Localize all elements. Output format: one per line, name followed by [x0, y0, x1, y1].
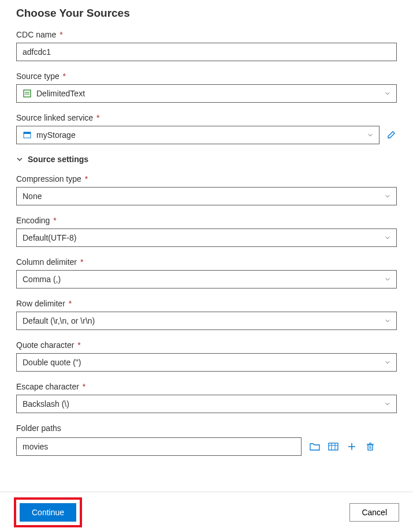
- chevron-down-icon: [385, 91, 390, 96]
- chevron-down-icon: [385, 193, 390, 199]
- source-linked-service-label: Source linked service *: [16, 113, 397, 122]
- encoding-select[interactable]: Default(UTF-8): [16, 228, 397, 247]
- page-title: Choose Your Sources: [16, 7, 397, 20]
- continue-button[interactable]: Continue: [20, 503, 76, 522]
- required-asterisk-icon: *: [69, 299, 72, 308]
- required-asterisk-icon: *: [96, 113, 99, 122]
- edit-linked-service-button[interactable]: [385, 129, 397, 141]
- field-cdc-name: CDC name *: [16, 30, 397, 61]
- quote-character-value: Double quote ("): [23, 358, 385, 367]
- chevron-down-icon: [385, 401, 390, 407]
- source-linked-service-value: myStorage: [36, 130, 367, 140]
- preview-data-button[interactable]: [328, 441, 338, 452]
- encoding-value: Default(UTF-8): [23, 233, 385, 242]
- cancel-button[interactable]: Cancel: [349, 503, 399, 522]
- folder-paths-label: Folder paths: [16, 424, 397, 433]
- chevron-down-icon: [385, 276, 390, 282]
- svg-rect-4: [24, 132, 31, 134]
- column-delimiter-label: Column delimiter *: [16, 257, 397, 267]
- row-delimiter-label: Row delimiter *: [16, 299, 397, 308]
- column-delimiter-value: Comma (,): [23, 275, 385, 284]
- field-column-delimiter: Column delimiter * Comma (,): [16, 257, 397, 289]
- delimited-text-icon: [23, 89, 32, 98]
- field-folder-paths: Folder paths: [16, 424, 397, 456]
- quote-character-select[interactable]: Double quote ("): [16, 353, 397, 372]
- svg-rect-5: [329, 443, 338, 450]
- field-source-type: Source type * DelimitedText: [16, 72, 397, 103]
- chevron-down-icon: [385, 318, 390, 324]
- source-linked-service-select[interactable]: myStorage: [16, 126, 379, 144]
- folder-paths-input[interactable]: [16, 437, 302, 456]
- required-asterisk-icon: *: [85, 174, 88, 183]
- source-settings-label: Source settings: [28, 155, 88, 164]
- source-settings-toggle[interactable]: Source settings: [16, 155, 397, 164]
- footer: Continue Cancel: [0, 492, 413, 532]
- escape-character-select[interactable]: Backslash (\): [16, 395, 397, 413]
- cdc-name-label: CDC name *: [16, 30, 397, 39]
- compression-type-label: Compression type *: [16, 174, 397, 183]
- chevron-down-icon: [385, 235, 390, 241]
- delete-path-button[interactable]: [365, 441, 375, 452]
- required-asterisk-icon: *: [63, 72, 66, 81]
- field-row-delimiter: Row delimiter * Default (\r,\n, or \r\n): [16, 299, 397, 330]
- svg-rect-11: [368, 445, 373, 450]
- quote-character-label: Quote character *: [16, 340, 397, 350]
- required-asterisk-icon: *: [83, 382, 85, 391]
- chevron-down-icon: [16, 156, 23, 163]
- cdc-name-input[interactable]: [16, 43, 397, 61]
- source-type-label: Source type *: [16, 72, 397, 81]
- browse-folder-button[interactable]: [310, 441, 320, 452]
- field-source-linked-service: Source linked service * myStorage: [16, 113, 397, 144]
- field-escape-character: Escape character * Backslash (\): [16, 382, 397, 413]
- compression-type-value: None: [23, 192, 385, 201]
- add-path-button[interactable]: [347, 441, 357, 452]
- chevron-down-icon: [385, 359, 390, 365]
- chevron-down-icon: [367, 132, 373, 138]
- field-compression-type: Compression type * None: [16, 174, 397, 205]
- row-delimiter-select[interactable]: Default (\r,\n, or \r\n): [16, 312, 397, 330]
- svg-rect-0: [24, 90, 31, 97]
- escape-character-value: Backslash (\): [23, 399, 385, 409]
- required-asterisk-icon: *: [59, 30, 62, 39]
- required-asterisk-icon: *: [77, 340, 80, 350]
- source-type-value: DelimitedText: [36, 89, 385, 98]
- required-asterisk-icon: *: [53, 216, 56, 225]
- source-type-select[interactable]: DelimitedText: [16, 84, 397, 103]
- field-quote-character: Quote character * Double quote ("): [16, 340, 397, 372]
- escape-character-label: Escape character *: [16, 382, 397, 391]
- storage-icon: [23, 130, 32, 140]
- row-delimiter-value: Default (\r,\n, or \r\n): [23, 316, 385, 325]
- required-asterisk-icon: *: [80, 257, 83, 267]
- encoding-label: Encoding *: [16, 216, 397, 225]
- field-encoding: Encoding * Default(UTF-8): [16, 216, 397, 247]
- continue-highlight-box: Continue: [14, 497, 82, 527]
- compression-type-select[interactable]: None: [16, 187, 397, 205]
- column-delimiter-select[interactable]: Comma (,): [16, 270, 397, 289]
